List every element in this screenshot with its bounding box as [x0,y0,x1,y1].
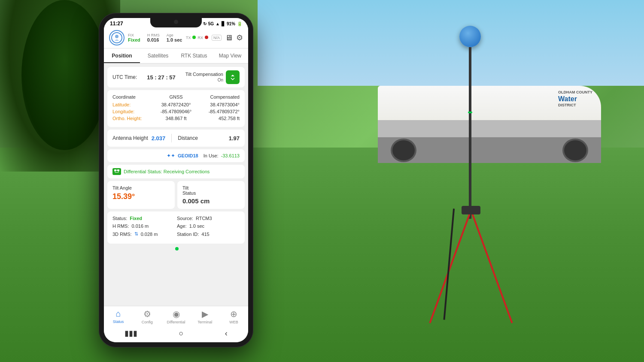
nav-config[interactable]: ⚙ Config [133,309,161,324]
tilt-toggle-button[interactable] [226,70,240,84]
config-icon: ⚙ [143,309,151,319]
web-nav-label: WEB [229,320,238,324]
svg-point-1 [115,35,118,38]
ortho-gnss: 348.867 ft [155,116,197,121]
phone-screen: 11:27 📍 ↻ 5G ▲ ▊ 91% 🔋 [104,18,248,342]
fix-value: Fixed [128,37,140,42]
status-icons: 📍 ↻ 5G ▲ ▊ 91% 🔋 [196,21,242,26]
sync-icon: ↻ [203,21,207,26]
differential-status-row: Differential Status: Receiving Correctio… [107,165,245,178]
nav-tabs: Position Satellites RTK Status Map View [104,48,248,63]
rx-label: RX [197,36,203,40]
tx-dot [192,36,196,39]
settings-gear-icon[interactable]: ⚙ [236,33,243,42]
gnss-indicator-dot [175,247,179,250]
coord-header: Coordinate GNSS Compensated [112,94,240,100]
distance-value: 1.97 [229,135,240,142]
differential-icon [112,168,121,175]
age-label: Age [167,33,182,37]
distance-label: Distance [178,135,198,141]
latitude-label: Latitude: [112,102,155,107]
phone-device: 11:27 📍 ↻ 5G ▲ ▊ 91% 🔋 [99,13,253,347]
svg-rect-2 [114,169,116,171]
app-logo [109,30,125,45]
fix-stat: FIX Fixed [128,33,140,42]
nav-web[interactable]: ⊕ WEB [219,309,248,324]
longitude-row: Longitude: -85.47809046° -85.47809372° [112,109,240,114]
tilt-angle-card: Tilt Angle 15.39° [107,181,175,209]
coordinate-card: Coordinate GNSS Compensated Latitude: 38… [107,90,245,127]
tilt-comp-text: Tilt Compensation On [185,72,223,82]
antenna-row: Antenna Height 2.037 Distance 1.97 [107,130,245,147]
home-button[interactable]: ○ [179,329,184,338]
rx-dot [205,36,208,39]
status-nav-label: Status [113,320,124,324]
differential-nav-label: Differential [167,320,185,324]
arrow-updown-icon: ⇅ [134,231,138,237]
tree-left-2 [21,0,107,150]
tilt-status-label: TiltStatus [182,185,240,196]
divider [171,134,172,142]
nav-terminal[interactable]: ▶ Terminal [191,309,219,324]
hrms-stat-label: H RMS: [112,223,129,229]
phone-camera [174,20,178,24]
fix-label: FIX [128,33,140,37]
antenna-value: 2.037 [152,135,166,142]
coord-col1: Coordinate [112,94,155,100]
latitude-gnss: 38.47872420° [155,102,197,107]
gps-equipment [449,26,481,219]
hrms-stat: H RMS 0.016 [147,33,160,42]
phone-body: 11:27 📍 ↻ 5G ▲ ▊ 91% 🔋 [99,13,253,347]
back-button[interactable]: ‹ [225,329,228,338]
station-item: Station ID: 415 [177,231,240,237]
hrms-value: 0.016 [147,37,160,42]
antenna-label: Antenna Height [112,135,148,141]
ortho-comp: 452.758 ft [197,116,240,121]
tab-position[interactable]: Position [104,48,140,63]
device-icon: 🖥 [225,33,233,42]
age-value: 1.0 sec [167,37,182,42]
ortho-label: Ortho. Height: [112,116,155,121]
nav-status[interactable]: ⌂ Status [104,309,133,324]
position-content: UTC Time: 15 : 27 : 57 Tilt Compensation… [104,63,248,306]
threerms-item: 3D RMS: ⇅ 0.028 m [112,231,175,237]
tab-map-view[interactable]: Map View [212,48,248,63]
tx-rx-indicators: TX RX [186,36,208,40]
status-item: Status: Fixed [112,216,175,221]
hrms-item: H RMS: 0.016 m [112,223,175,229]
age-stat-label: Age: [177,223,187,229]
source-value: RTCM3 [196,216,212,221]
signal-icon: ▲ [216,21,220,26]
app-header: FIX Fixed H RMS 0.016 Age 1.0 sec TX [104,27,248,48]
utc-time-row: UTC Time: 15 : 27 : 57 Tilt Compensation… [107,67,245,87]
tab-satellites[interactable]: Satellites [140,48,176,63]
tab-rtk-status[interactable]: RTK Status [176,48,212,63]
coord-col2: GNSS [155,94,197,100]
latitude-comp: 38.47873004° [197,102,240,107]
tilt-status-card: TiltStatus 0.005 cm [177,181,245,209]
tx-label: TX [186,36,191,40]
differential-nav-icon: ◉ [173,309,180,319]
geoid-row: ✦✦ GEOID18 In Use: -33.6113 [107,149,245,162]
network-icon: 5G [208,21,214,26]
recent-apps-button[interactable]: ▮▮▮ [125,329,137,338]
station-label: Station ID: [177,232,199,237]
longitude-label: Longitude: [112,109,155,114]
geoid-in-use-label: In Use: [204,153,219,158]
threerms-value: 0.028 m [141,232,158,237]
status-value: Fixed [130,216,142,221]
nav-differential[interactable]: ◉ Differential [161,309,190,324]
tilt-compensation: Tilt Compensation On [185,70,240,84]
status-home-icon: ⌂ [116,309,121,319]
truck-background: OLDHAM COUNTY Water DISTRICT [378,86,601,172]
source-label: Source: [177,216,193,221]
source-item: Source: RTCM3 [177,216,240,221]
system-nav-bar: ▮▮▮ ○ ‹ [104,326,248,342]
grass-background [0,148,644,362]
svg-rect-3 [117,169,119,171]
threerms-label: 3D RMS: [112,232,132,237]
longitude-gnss: -85.47809046° [155,109,197,114]
terminal-icon: ▶ [202,309,208,319]
age-item: Age: 1.0 sec [177,223,240,229]
coord-col3: Compensated [197,94,240,100]
